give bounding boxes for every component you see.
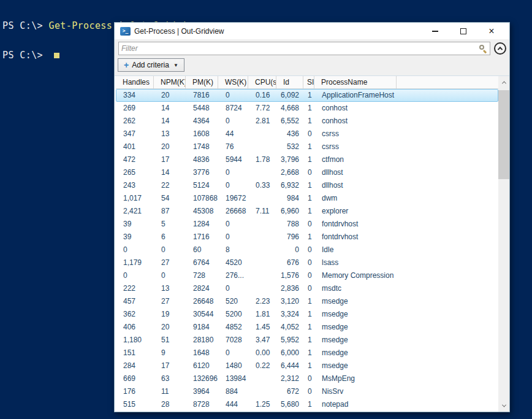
cell-id: 4,668 (277, 102, 304, 114)
cell-handles: 262 (116, 115, 154, 127)
cell-ws: 76 (219, 141, 249, 153)
cell-processname: msedge (315, 321, 397, 333)
cell-npm: 51 (154, 334, 186, 346)
cell-ws: 5200 (219, 309, 249, 320)
table-row[interactable]: 47217483659441.783,7961ctfmon (116, 153, 498, 166)
column-header-npm[interactable]: NPM(K) (154, 76, 186, 89)
table-row[interactable]: 1761139648846720NisSrv (116, 385, 498, 398)
cell-si: 0 (304, 270, 315, 282)
cell-cpu (249, 244, 277, 256)
cell-processname: msedge (315, 296, 397, 307)
table-row[interactable]: 5152887284441.255,6801notepad (116, 398, 498, 411)
cell-npm: 6 (154, 231, 186, 243)
table-row[interactable]: 22213282402,8360msdtc (116, 282, 498, 295)
cell-ws: 0 (219, 90, 249, 101)
cell-ws: 4520 (219, 257, 249, 269)
table-row[interactable]: 347131608444360csrss (116, 128, 498, 140)
table-row[interactable]: 1,17927676445206760lsass (116, 256, 498, 269)
cell-si: 1 (304, 321, 315, 333)
cell-ws: 0 (219, 283, 249, 294)
column-header-cpu[interactable]: CPU(s) (248, 76, 276, 89)
cell-si: 1 (304, 309, 315, 320)
table-row[interactable]: 1,01754107868196729841dwm (116, 192, 498, 205)
minimize-button[interactable] (421, 23, 449, 39)
filter-row (115, 39, 509, 57)
cell-handles: 284 (116, 360, 154, 372)
cell-si: 1 (304, 154, 315, 166)
table-row[interactable]: 2,4218745308266687.116,9601explorer (116, 205, 498, 218)
cell-id: 436 (277, 128, 304, 140)
table-row[interactable]: 40620918448521.454,0521msedge (116, 321, 498, 334)
column-header-si[interactable]: SI (303, 76, 314, 89)
cell-cpu (249, 141, 277, 153)
cell-npm: 20 (154, 321, 186, 333)
table-row[interactable]: 1,180512818070283.475,9521msedge (116, 334, 498, 347)
cell-pm: 3964 (186, 386, 219, 398)
cell-ws: 19672 (219, 193, 249, 204)
cell-processname: explorer (315, 206, 397, 217)
scroll-up-button[interactable] (498, 76, 509, 89)
scrollbar-thumb[interactable] (498, 90, 509, 179)
table-row[interactable]: 26514377602,6680dllhost (116, 166, 498, 179)
cell-cpu: 1.25 (249, 399, 277, 410)
table-row[interactable]: 33420781600.166,0921ApplicationFrameHost (116, 89, 498, 102)
cell-pm: 6120 (186, 360, 219, 372)
collapse-criteria-button[interactable] (494, 42, 506, 55)
add-criteria-button[interactable]: + Add criteria ▼ (118, 58, 184, 72)
cell-cpu: 7.11 (249, 206, 277, 217)
table-row[interactable]: 26214436402.816,5521conhost (116, 115, 498, 128)
cell-id: 2,312 (277, 373, 304, 385)
cell-npm: 14 (154, 102, 186, 114)
cell-npm: 22 (154, 180, 186, 191)
table-row[interactable]: 26914544887247.724,6681conhost (116, 102, 498, 115)
cell-id: 6,932 (277, 180, 304, 191)
cell-ws: 276... (219, 270, 249, 282)
cell-cpu (249, 283, 277, 294)
table-row[interactable]: 00728276...1,5760Memory Compression (116, 269, 498, 282)
cell-si: 1 (304, 193, 315, 204)
column-header-handles[interactable]: Handles (116, 76, 154, 89)
titlebar[interactable]: >_ Get-Process | Out-Gridview × (115, 23, 509, 39)
close-button[interactable]: × (477, 23, 506, 39)
table-row[interactable]: 395128407880fontdrvhost (116, 218, 498, 231)
cell-pm: 132696 (186, 373, 219, 385)
cell-npm: 13 (154, 283, 186, 294)
table-row[interactable]: 401201748765321csrss (116, 140, 498, 153)
cell-si: 1 (304, 360, 315, 372)
cell-ws: 0 (219, 115, 249, 127)
cell-si: 1 (304, 334, 315, 346)
cell-processname: fontdrvhost (315, 231, 397, 243)
cell-npm: 28 (154, 399, 186, 410)
scrollbar-track[interactable] (498, 89, 509, 400)
table-row[interactable]: 28417612014800.226,4441msedge (116, 359, 498, 372)
cell-si: 1 (304, 102, 315, 114)
table-row[interactable]: 24322512400.336,9321dllhost (116, 179, 498, 192)
cell-cpu: 1.81 (249, 309, 277, 320)
cell-id: 6,092 (277, 90, 304, 101)
cell-cpu (249, 193, 277, 204)
column-header-pm[interactable]: PM(K) (186, 76, 218, 89)
cell-npm: 19 (154, 309, 186, 320)
cell-si: 0 (304, 386, 315, 398)
table-row[interactable]: 362193054452001.813,3241msedge (116, 308, 498, 321)
vertical-scrollbar[interactable] (498, 76, 509, 412)
cell-npm: 20 (154, 90, 186, 101)
table-row[interactable]: 396171607961fontdrvhost (116, 231, 498, 244)
scroll-down-button[interactable] (498, 400, 509, 412)
cell-npm: 14 (154, 115, 186, 127)
cell-id: 2,668 (277, 167, 304, 179)
filter-input[interactable] (119, 43, 478, 54)
close-icon: × (488, 26, 494, 36)
table-row[interactable]: 0060800Idle (116, 244, 498, 256)
plus-icon: + (124, 61, 129, 69)
column-header-id[interactable]: Id (276, 76, 303, 89)
console-cursor (54, 53, 59, 58)
maximize-button[interactable] (449, 23, 477, 39)
cell-cpu: 2.23 (249, 296, 277, 307)
column-header-ws[interactable]: WS(K) (218, 76, 248, 89)
cell-id: 5,680 (277, 399, 304, 410)
table-row[interactable]: 1519164800.006,0001msedge (116, 347, 498, 359)
table-row[interactable]: 45727266485202.233,1201msedge (116, 295, 498, 308)
column-header-processname[interactable]: ProcessName (314, 76, 397, 89)
table-row[interactable]: 66963132696139842,3120MsMpEng (116, 372, 498, 385)
